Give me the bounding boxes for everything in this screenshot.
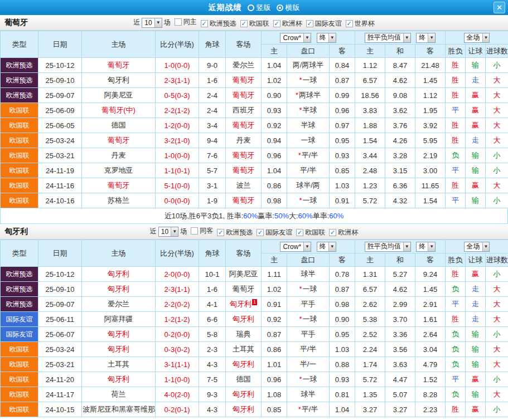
home-team: 丹麦 <box>82 148 156 163</box>
away-team: 爱尔兰 <box>226 58 262 73</box>
col-header-date: 日期 <box>38 31 82 58</box>
filter-label: 国际友谊 <box>265 228 292 237</box>
avg-draw-value: 8.47 <box>385 58 415 73</box>
checkbox-checked-icon: ✓ <box>306 20 313 27</box>
away-team: 匈牙利1 <box>226 297 262 312</box>
filter-checkbox[interactable]: 同客 <box>191 226 213 236</box>
filter-checkbox[interactable]: ✓欧洲预选 <box>217 228 253 237</box>
subcol-avg-home: 主 <box>355 45 385 58</box>
match-date: 25-03-24 <box>38 342 82 357</box>
result-goals: 大 <box>486 178 508 193</box>
filter-checkbox[interactable]: ✓欧洲杯 <box>273 19 302 28</box>
layout-radio-horizontal[interactable]: 横版 <box>277 3 300 13</box>
radio-icon <box>248 4 254 11</box>
odds-away-value: 0.98 <box>330 297 355 312</box>
avg-final-select[interactable]: 终▼ <box>416 33 436 43</box>
result-handicap: 赢 <box>466 118 486 133</box>
match-date: 25-06-09 <box>38 103 82 118</box>
filter-checkbox[interactable]: ✓欧国联 <box>296 228 325 237</box>
odds-home-value: 1.02 <box>262 282 287 297</box>
result-goals: 小 <box>486 327 508 342</box>
result-goals: 大 <box>486 118 508 133</box>
scope-select[interactable]: 全场▼ <box>464 242 490 252</box>
result-wdl: 负 <box>446 387 466 402</box>
match-date: 25-06-07 <box>38 327 82 342</box>
summary-stat-value: 60% <box>243 212 258 220</box>
result-goals: 小 <box>486 193 508 208</box>
avg-draw-value: 6.36 <box>385 178 415 193</box>
checkbox-checked-icon: ✓ <box>257 229 264 236</box>
avg-draw-value: 3.62 <box>385 103 415 118</box>
handicap-value: *一球 <box>287 193 330 208</box>
result-handicap: 赢 <box>466 178 486 193</box>
scope-select[interactable]: 全场▼ <box>464 33 490 43</box>
recent-count-select[interactable]: 10▼ <box>158 227 178 237</box>
avg-draw-value: 3.27 <box>385 402 415 417</box>
odds-away-value: 0.91 <box>330 193 355 208</box>
away-team: 葡萄牙 <box>226 163 262 178</box>
handicap-value: 一球 <box>287 133 330 148</box>
avg-away-value: 9.24 <box>415 267 446 282</box>
avg-final-select[interactable]: 终▼ <box>416 242 436 252</box>
col-header-score: 比分(半场) <box>156 240 199 267</box>
layout-radio-vertical[interactable]: 竖版 <box>248 3 271 13</box>
avg-draw-value: 4.62 <box>385 73 415 88</box>
avg-draw-value: 3.63 <box>385 357 415 372</box>
summary-text: 单率: <box>313 211 330 221</box>
odds-source-select[interactable]: Crow*▼ <box>280 33 311 43</box>
odds-final-select[interactable]: 终▼ <box>317 33 336 43</box>
subcol-handicap: 盘口 <box>287 45 330 58</box>
avg-away-value: 11.65 <box>415 178 446 193</box>
odds-source-select[interactable]: Crow*▼ <box>280 242 311 252</box>
odds-home-value: 1.11 <box>262 267 287 282</box>
col-header-corner: 角球 <box>199 240 226 267</box>
result-wdl: 平 <box>446 372 466 387</box>
filter-checkbox[interactable]: ✓欧国联 <box>240 19 269 28</box>
match-date: 24-11-19 <box>38 163 82 178</box>
odds-home-value: 0.90 <box>262 88 287 103</box>
close-icon[interactable]: ✕ <box>494 2 505 13</box>
corner-score: 4-1 <box>199 297 226 312</box>
away-team: 阿美尼亚 <box>226 267 262 282</box>
handicap-value: *平/半 <box>287 402 330 417</box>
chevron-down-icon: ▼ <box>482 242 490 251</box>
avg-type-select[interactable]: 胜平负均值▼ <box>365 33 411 43</box>
match-row: 欧国联 24-11-19 克罗地亚 1-1(0-1) 5-7 葡萄牙 1.04 … <box>1 163 508 178</box>
filter-checkbox[interactable]: ✓欧洲预选 <box>201 19 236 28</box>
team-name: 匈牙利 <box>4 227 28 237</box>
result-wdl: 负 <box>446 357 466 372</box>
competition-filters: 同主✓欧洲预选✓欧国联✓欧洲杯✓国际友谊✓世界杯 <box>171 17 375 28</box>
avg-home-value: 1.12 <box>355 58 385 73</box>
avg-draw-value: 9.08 <box>385 88 415 103</box>
odds-home-value: 0.94 <box>262 133 287 148</box>
chevron-down-icon: ▼ <box>303 33 311 42</box>
result-goals: 大 <box>486 73 508 88</box>
avg-draw-value: 3.36 <box>385 327 415 342</box>
result-wdl: 胜 <box>446 133 466 148</box>
avg-home-value: 3.27 <box>355 402 385 417</box>
odds-away-value: 0.95 <box>330 327 355 342</box>
filter-checkbox[interactable]: ✓国际友谊 <box>306 19 342 28</box>
odds-away-value: 0.99 <box>330 88 355 103</box>
recent-count-select[interactable]: 10▼ <box>142 18 162 28</box>
filter-checkbox[interactable]: ✓国际友谊 <box>257 228 292 237</box>
competition-type: 欧国联 <box>1 103 38 118</box>
competition-type: 欧洲预选 <box>1 267 38 282</box>
summary-stat-value: 50% <box>274 212 289 220</box>
odds-final-select[interactable]: 终▼ <box>317 242 336 252</box>
competition-type: 欧国联 <box>1 357 38 372</box>
score: 2-3(1-1) <box>156 282 199 297</box>
avg-type-select[interactable]: 胜平负均值▼ <box>365 242 411 252</box>
filter-checkbox[interactable]: ✓欧洲杯 <box>329 228 358 237</box>
odds-away-value: 0.88 <box>330 357 355 372</box>
filter-checkbox[interactable]: ✓世界杯 <box>346 19 375 28</box>
result-goals: 大 <box>486 88 508 103</box>
result-wdl: 负 <box>446 148 466 163</box>
score: 1-2(1-2) <box>156 312 199 327</box>
odds-home-value: 0.85 <box>262 402 287 417</box>
avg-home-value: 6.57 <box>355 73 385 88</box>
handicap-value: *一球 <box>287 312 330 327</box>
score: 0-2(0-1) <box>156 402 199 417</box>
match-date: 25-03-21 <box>38 148 82 163</box>
filter-checkbox[interactable]: 同主 <box>175 17 197 27</box>
